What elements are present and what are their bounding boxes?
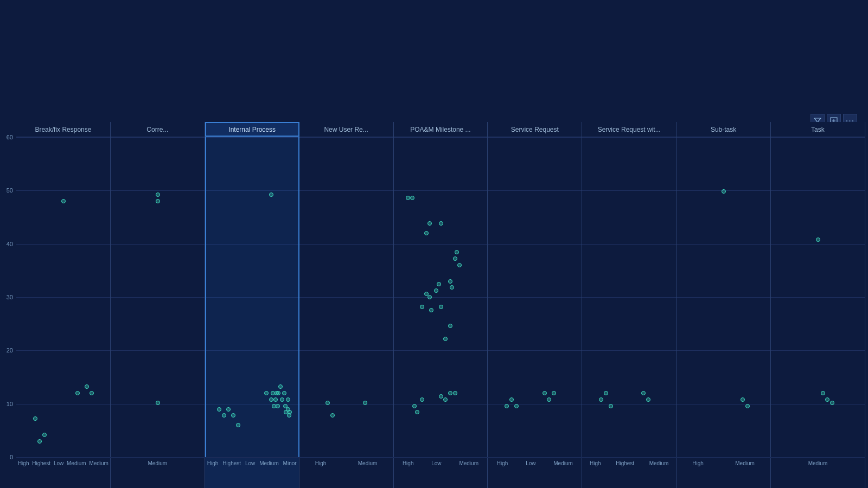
data-dot	[646, 397, 650, 402]
col-header-internal-process[interactable]: Internal Process	[205, 122, 299, 137]
data-dot	[42, 433, 47, 437]
chart-container: 0102030405060 Break/fix ResponseCorre...…	[0, 122, 868, 488]
data-dot	[156, 401, 160, 405]
data-dot	[217, 407, 221, 412]
x-axis-label: Low	[54, 460, 63, 466]
data-dot	[552, 391, 556, 395]
data-dot	[363, 401, 367, 405]
x-axis-label: Medium	[358, 460, 378, 466]
x-axis: HighHighestLowMediumMediumMediumHighHigh…	[16, 458, 865, 488]
col-section-sub-task	[676, 137, 771, 457]
x-axis-label: High	[18, 460, 29, 466]
col-header-corre[interactable]: Corre...	[111, 122, 205, 137]
data-dot	[453, 256, 457, 261]
column-headers: Break/fix ResponseCorre...Internal Proce…	[16, 122, 865, 137]
data-dot	[825, 397, 829, 402]
x-axis-label: Minor	[283, 460, 297, 466]
data-dot	[439, 305, 443, 309]
data-dot	[269, 192, 273, 197]
col-section-task	[771, 137, 865, 457]
x-col-labels-internal-process: HighHighestLowMediumMinor	[205, 458, 299, 488]
data-dot	[424, 231, 429, 235]
col-header-service-request[interactable]: Service Request	[488, 122, 582, 137]
col-section-service-request-wit	[582, 137, 676, 457]
col-header-poam-milestone[interactable]: POA&M Milestone ...	[394, 122, 488, 137]
data-dot	[156, 192, 160, 197]
data-dot	[821, 391, 825, 395]
data-dot	[236, 423, 240, 427]
y-axis-label: 50	[7, 187, 13, 194]
x-axis-label: Highest	[222, 460, 241, 466]
y-axis: 0102030405060	[0, 137, 15, 457]
x-axis-label: High	[590, 460, 601, 466]
col-section-new-user-request	[299, 137, 394, 457]
data-dot	[33, 416, 37, 421]
data-dot	[443, 397, 448, 402]
x-axis-label: High	[692, 460, 704, 466]
data-dot	[741, 397, 745, 402]
data-dot	[282, 391, 286, 395]
data-dot	[420, 397, 424, 402]
y-axis-label: 10	[7, 401, 13, 407]
data-dot	[604, 391, 608, 395]
x-axis-label: Medium	[89, 460, 108, 466]
x-axis-label: Low	[431, 460, 441, 466]
data-dot	[505, 404, 509, 408]
x-axis-label: Medium	[259, 460, 279, 466]
data-dot	[641, 391, 646, 395]
data-dot	[410, 196, 414, 200]
top-area: ···	[0, 0, 868, 122]
data-dot	[448, 391, 452, 395]
x-axis-label: Medium	[553, 460, 573, 466]
x-axis-label: Low	[245, 460, 255, 466]
x-axis-label: Medium	[459, 460, 478, 466]
data-dot	[231, 413, 235, 418]
x-axis-label: Medium	[148, 460, 168, 466]
data-dot	[278, 384, 283, 389]
col-header-service-request-wit[interactable]: Service Request wit...	[582, 122, 676, 137]
col-header-sub-task[interactable]: Sub-task	[676, 122, 771, 137]
x-col-labels-corre: Medium	[111, 458, 205, 488]
data-dot	[326, 401, 330, 405]
col-header-task[interactable]: Task	[771, 122, 865, 137]
data-dot	[264, 391, 269, 395]
x-axis-label: High	[207, 460, 219, 466]
data-dot	[75, 391, 80, 395]
x-axis-label: Medium	[67, 460, 86, 466]
data-dot	[222, 413, 226, 418]
x-axis-label: High	[497, 460, 508, 466]
data-dot	[439, 394, 443, 399]
x-col-labels-task: Medium	[771, 458, 865, 488]
data-dot	[443, 337, 448, 341]
col-section-poam-milestone	[394, 137, 488, 457]
x-col-labels-break-fix: HighHighestLowMediumMedium	[16, 458, 111, 488]
x-axis-label: Highest	[616, 460, 634, 466]
data-dot	[457, 263, 462, 267]
plot-area	[16, 137, 865, 457]
data-dot	[61, 199, 66, 203]
data-dot	[609, 404, 613, 408]
data-dot	[90, 391, 94, 395]
x-axis-label: Medium	[649, 460, 669, 466]
data-dot	[599, 397, 603, 402]
x-col-labels-new-user-request: HighMedium	[299, 458, 394, 488]
y-axis-label: 30	[7, 294, 13, 300]
x-col-labels-service-request-wit: HighHighestMedium	[582, 458, 676, 488]
data-dot	[448, 279, 452, 284]
col-header-break-fix[interactable]: Break/fix Response	[16, 122, 111, 137]
x-axis-label: High	[315, 460, 327, 466]
data-dot	[453, 391, 457, 395]
data-dot	[722, 189, 726, 194]
data-dot	[269, 397, 273, 402]
y-axis-label: 0	[10, 454, 13, 460]
data-dot	[509, 397, 514, 402]
data-dot	[514, 404, 519, 408]
x-axis-label: Low	[526, 460, 535, 466]
data-dot	[280, 397, 284, 402]
x-axis-label: Medium	[735, 460, 755, 466]
x-col-labels-sub-task: HighMedium	[676, 458, 771, 488]
data-dot	[448, 324, 452, 328]
col-header-new-user-request[interactable]: New User Re...	[299, 122, 394, 137]
grid-line	[16, 457, 865, 458]
data-dot	[273, 397, 278, 402]
